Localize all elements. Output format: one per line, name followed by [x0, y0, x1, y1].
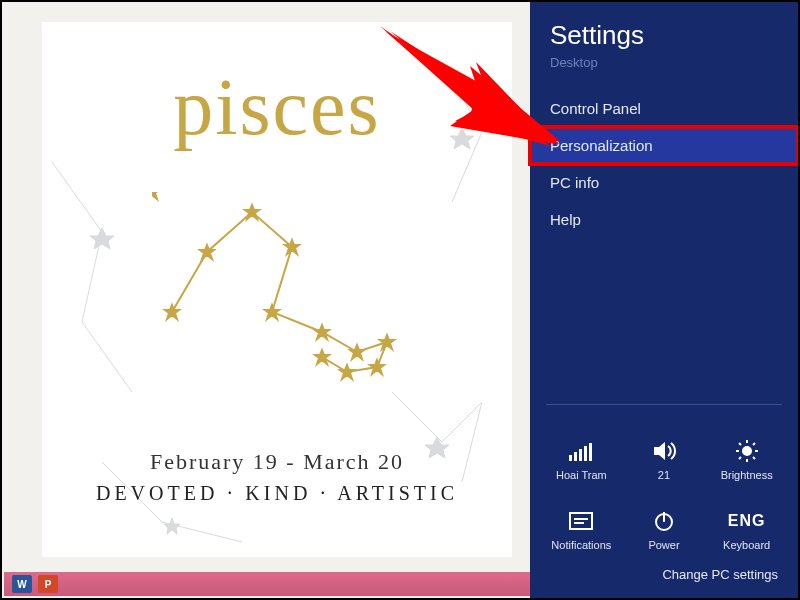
wallpaper-date-range: February 19 - March 20 — [42, 449, 512, 475]
settings-item-pc-info[interactable]: PC info — [530, 164, 798, 201]
tile-volume-label: 21 — [658, 469, 670, 481]
svg-marker-10 — [654, 442, 665, 460]
svg-line-19 — [753, 443, 755, 445]
settings-title: Settings — [530, 2, 798, 55]
pisces-constellation — [152, 192, 412, 392]
svg-rect-6 — [574, 452, 577, 461]
svg-line-16 — [739, 443, 741, 445]
power-icon — [649, 508, 679, 534]
svg-marker-4 — [152, 192, 159, 199]
change-pc-settings-link[interactable]: Change PC settings — [530, 557, 798, 598]
tile-volume[interactable]: 21 — [623, 419, 706, 481]
settings-item-help[interactable]: Help — [530, 201, 798, 238]
svg-rect-5 — [569, 455, 572, 461]
svg-point-11 — [743, 447, 751, 455]
wallpaper-traits: DEVOTED · KIND · ARTISTIC — [42, 482, 512, 505]
svg-rect-9 — [589, 443, 592, 461]
signal-bars-icon — [566, 438, 596, 464]
tile-keyboard-label: Keyboard — [723, 539, 770, 551]
tile-network[interactable]: Hoai Tram — [540, 419, 623, 481]
svg-marker-0 — [90, 228, 114, 249]
svg-marker-3 — [164, 518, 180, 534]
settings-item-control-panel[interactable]: Control Panel — [530, 90, 798, 127]
settings-menu-list: Control Panel Personalization PC info He… — [530, 90, 798, 238]
desktop-area: pisces February 19 — [2, 2, 530, 598]
wallpaper-poster: pisces February 19 — [42, 22, 512, 557]
tile-network-label: Hoai Tram — [556, 469, 607, 481]
speaker-icon — [649, 438, 679, 464]
svg-rect-20 — [570, 513, 592, 529]
tile-brightness-label: Brightness — [721, 469, 773, 481]
keyboard-lang-icon: ENG — [732, 508, 762, 534]
taskbar: W P — [4, 572, 530, 596]
settings-item-personalization[interactable]: Personalization — [530, 127, 798, 164]
tile-power-label: Power — [648, 539, 679, 551]
screenshot-stage: pisces February 19 — [0, 0, 800, 600]
tile-power[interactable]: Power — [623, 489, 706, 551]
tile-notifications[interactable]: Notifications — [540, 489, 623, 551]
svg-rect-7 — [579, 449, 582, 461]
taskbar-word-icon[interactable]: W — [12, 575, 32, 593]
quick-settings-grid: Hoai Tram 21 Brightness Notifications — [530, 405, 798, 557]
svg-line-17 — [753, 457, 755, 459]
tile-brightness[interactable]: Brightness — [705, 419, 788, 481]
svg-rect-8 — [584, 446, 587, 461]
tile-notifications-label: Notifications — [551, 539, 611, 551]
notifications-icon — [566, 508, 596, 534]
svg-line-18 — [739, 457, 741, 459]
brightness-icon — [732, 438, 762, 464]
tile-keyboard[interactable]: ENG Keyboard — [705, 489, 788, 551]
settings-subtitle: Desktop — [530, 55, 798, 90]
wallpaper-title-script: pisces — [42, 62, 512, 153]
taskbar-powerpoint-icon[interactable]: P — [38, 575, 58, 593]
settings-charm-panel: Settings Desktop Control Panel Personali… — [530, 2, 798, 598]
